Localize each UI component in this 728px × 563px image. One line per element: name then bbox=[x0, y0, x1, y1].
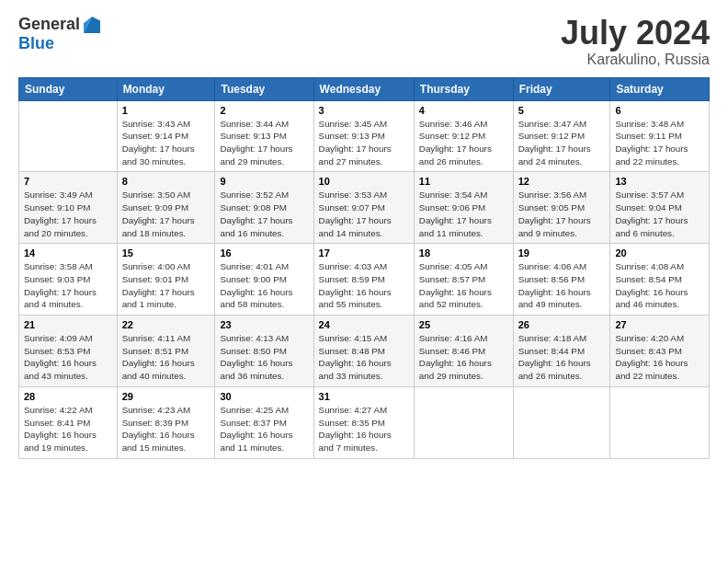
day-number: 1 bbox=[122, 105, 210, 116]
calendar-week-row: 28Sunrise: 4:22 AMSunset: 8:41 PMDayligh… bbox=[19, 386, 710, 458]
day-number: 11 bbox=[419, 176, 508, 187]
day-info: Sunrise: 4:08 AMSunset: 8:54 PMDaylight:… bbox=[615, 260, 704, 311]
day-info: Sunrise: 3:44 AMSunset: 9:13 PMDaylight:… bbox=[220, 118, 308, 168]
title-block: July 2024 Karakulino, Russia bbox=[561, 15, 710, 68]
day-info: Sunrise: 4:25 AMSunset: 8:37 PMDaylight:… bbox=[220, 404, 308, 454]
table-row: 2Sunrise: 3:44 AMSunset: 9:13 PMDaylight… bbox=[215, 100, 313, 172]
table-row: 25Sunrise: 4:16 AMSunset: 8:46 PMDayligh… bbox=[414, 316, 513, 387]
day-info: Sunrise: 4:03 AMSunset: 8:59 PMDaylight:… bbox=[319, 260, 409, 311]
col-saturday: Saturday bbox=[610, 77, 710, 100]
day-info: Sunrise: 3:45 AMSunset: 9:13 PMDaylight:… bbox=[319, 118, 409, 168]
day-info: Sunrise: 4:16 AMSunset: 8:46 PMDaylight:… bbox=[419, 332, 508, 383]
calendar-week-row: 7Sunrise: 3:49 AMSunset: 9:10 PMDaylight… bbox=[19, 172, 710, 244]
calendar-table: Sunday Monday Tuesday Wednesday Thursday… bbox=[18, 77, 710, 459]
col-friday: Friday bbox=[513, 77, 610, 100]
col-sunday: Sunday bbox=[19, 77, 118, 100]
day-number: 23 bbox=[220, 319, 308, 330]
table-row: 4Sunrise: 3:46 AMSunset: 9:12 PMDaylight… bbox=[414, 100, 513, 172]
day-number: 5 bbox=[518, 105, 606, 116]
day-info: Sunrise: 3:49 AMSunset: 9:10 PMDaylight:… bbox=[24, 189, 112, 239]
table-row: 23Sunrise: 4:13 AMSunset: 8:50 PMDayligh… bbox=[215, 316, 313, 387]
day-info: Sunrise: 3:50 AMSunset: 9:09 PMDaylight:… bbox=[122, 189, 210, 239]
table-row: 13Sunrise: 3:57 AMSunset: 9:04 PMDayligh… bbox=[610, 172, 710, 244]
table-row: 26Sunrise: 4:18 AMSunset: 8:44 PMDayligh… bbox=[513, 316, 610, 387]
day-number: 27 bbox=[615, 319, 704, 330]
day-info: Sunrise: 3:43 AMSunset: 9:14 PMDaylight:… bbox=[122, 118, 210, 168]
day-number: 19 bbox=[518, 247, 606, 259]
table-row: 11Sunrise: 3:54 AMSunset: 9:06 PMDayligh… bbox=[414, 172, 513, 244]
calendar-week-row: 14Sunrise: 3:58 AMSunset: 9:03 PMDayligh… bbox=[19, 244, 710, 316]
table-row bbox=[610, 386, 710, 458]
col-wednesday: Wednesday bbox=[313, 77, 414, 100]
table-row: 19Sunrise: 4:06 AMSunset: 8:56 PMDayligh… bbox=[513, 244, 610, 316]
page: General Blue July 2024 Karakulino, Russi… bbox=[0, 0, 728, 563]
header: General Blue July 2024 Karakulino, Russi… bbox=[18, 15, 710, 68]
day-number: 14 bbox=[24, 247, 112, 259]
day-info: Sunrise: 3:46 AMSunset: 9:12 PMDaylight:… bbox=[419, 118, 508, 168]
day-number: 20 bbox=[615, 247, 704, 259]
day-number: 9 bbox=[220, 176, 308, 187]
day-info: Sunrise: 3:58 AMSunset: 9:03 PMDaylight:… bbox=[24, 260, 112, 311]
table-row: 31Sunrise: 4:27 AMSunset: 8:35 PMDayligh… bbox=[313, 386, 414, 458]
day-info: Sunrise: 4:06 AMSunset: 8:56 PMDaylight:… bbox=[518, 260, 606, 311]
col-monday: Monday bbox=[117, 77, 215, 100]
day-number: 16 bbox=[220, 247, 308, 259]
table-row: 8Sunrise: 3:50 AMSunset: 9:09 PMDaylight… bbox=[117, 172, 215, 244]
day-info: Sunrise: 4:09 AMSunset: 8:53 PMDaylight:… bbox=[24, 332, 112, 383]
table-row: 5Sunrise: 3:47 AMSunset: 9:12 PMDaylight… bbox=[513, 100, 610, 172]
table-row: 24Sunrise: 4:15 AMSunset: 8:48 PMDayligh… bbox=[313, 316, 414, 387]
day-number: 4 bbox=[419, 105, 508, 116]
logo: General Blue bbox=[18, 15, 100, 53]
table-row: 6Sunrise: 3:48 AMSunset: 9:11 PMDaylight… bbox=[610, 100, 710, 172]
day-info: Sunrise: 4:13 AMSunset: 8:50 PMDaylight:… bbox=[220, 332, 308, 383]
logo-blue-text: Blue bbox=[18, 34, 54, 53]
table-row: 12Sunrise: 3:56 AMSunset: 9:05 PMDayligh… bbox=[513, 172, 610, 244]
day-number: 6 bbox=[615, 105, 704, 116]
day-number: 10 bbox=[319, 176, 409, 187]
day-info: Sunrise: 3:47 AMSunset: 9:12 PMDaylight:… bbox=[518, 118, 606, 168]
day-number: 17 bbox=[319, 247, 409, 259]
col-thursday: Thursday bbox=[414, 77, 513, 100]
col-tuesday: Tuesday bbox=[215, 77, 313, 100]
location: Karakulino, Russia bbox=[561, 52, 710, 68]
calendar-header-row: Sunday Monday Tuesday Wednesday Thursday… bbox=[19, 77, 710, 100]
day-number: 22 bbox=[122, 319, 210, 330]
day-number: 15 bbox=[122, 247, 210, 259]
table-row bbox=[513, 386, 610, 458]
day-number: 29 bbox=[122, 391, 210, 402]
day-number: 28 bbox=[24, 391, 112, 402]
logo-general-text: General bbox=[18, 15, 80, 34]
day-info: Sunrise: 4:22 AMSunset: 8:41 PMDaylight:… bbox=[24, 404, 112, 454]
table-row: 29Sunrise: 4:23 AMSunset: 8:39 PMDayligh… bbox=[117, 386, 215, 458]
day-number: 3 bbox=[319, 105, 409, 116]
table-row: 27Sunrise: 4:20 AMSunset: 8:43 PMDayligh… bbox=[610, 316, 710, 387]
table-row: 10Sunrise: 3:53 AMSunset: 9:07 PMDayligh… bbox=[313, 172, 414, 244]
day-number: 13 bbox=[615, 176, 704, 187]
day-number: 30 bbox=[220, 391, 308, 402]
day-info: Sunrise: 4:15 AMSunset: 8:48 PMDaylight:… bbox=[319, 332, 409, 383]
table-row: 22Sunrise: 4:11 AMSunset: 8:51 PMDayligh… bbox=[117, 316, 215, 387]
day-info: Sunrise: 3:48 AMSunset: 9:11 PMDaylight:… bbox=[615, 118, 704, 168]
day-number: 25 bbox=[419, 319, 508, 330]
calendar-week-row: 1Sunrise: 3:43 AMSunset: 9:14 PMDaylight… bbox=[19, 100, 710, 172]
table-row: 30Sunrise: 4:25 AMSunset: 8:37 PMDayligh… bbox=[215, 386, 313, 458]
table-row: 18Sunrise: 4:05 AMSunset: 8:57 PMDayligh… bbox=[414, 244, 513, 316]
day-info: Sunrise: 3:54 AMSunset: 9:06 PMDaylight:… bbox=[419, 189, 508, 239]
day-number: 21 bbox=[24, 319, 112, 330]
table-row: 28Sunrise: 4:22 AMSunset: 8:41 PMDayligh… bbox=[19, 386, 118, 458]
day-info: Sunrise: 4:18 AMSunset: 8:44 PMDaylight:… bbox=[518, 332, 606, 383]
day-number: 12 bbox=[518, 176, 606, 187]
table-row: 9Sunrise: 3:52 AMSunset: 9:08 PMDaylight… bbox=[215, 172, 313, 244]
month-year: July 2024 bbox=[561, 15, 710, 52]
day-number: 26 bbox=[518, 319, 606, 330]
table-row: 14Sunrise: 3:58 AMSunset: 9:03 PMDayligh… bbox=[19, 244, 118, 316]
table-row: 1Sunrise: 3:43 AMSunset: 9:14 PMDaylight… bbox=[117, 100, 215, 172]
day-info: Sunrise: 4:23 AMSunset: 8:39 PMDaylight:… bbox=[122, 404, 210, 454]
day-info: Sunrise: 3:57 AMSunset: 9:04 PMDaylight:… bbox=[615, 189, 704, 239]
table-row: 17Sunrise: 4:03 AMSunset: 8:59 PMDayligh… bbox=[313, 244, 414, 316]
day-number: 31 bbox=[319, 391, 409, 402]
table-row: 15Sunrise: 4:00 AMSunset: 9:01 PMDayligh… bbox=[117, 244, 215, 316]
day-number: 8 bbox=[122, 176, 210, 187]
day-number: 24 bbox=[319, 319, 409, 330]
day-info: Sunrise: 4:11 AMSunset: 8:51 PMDaylight:… bbox=[122, 332, 210, 383]
